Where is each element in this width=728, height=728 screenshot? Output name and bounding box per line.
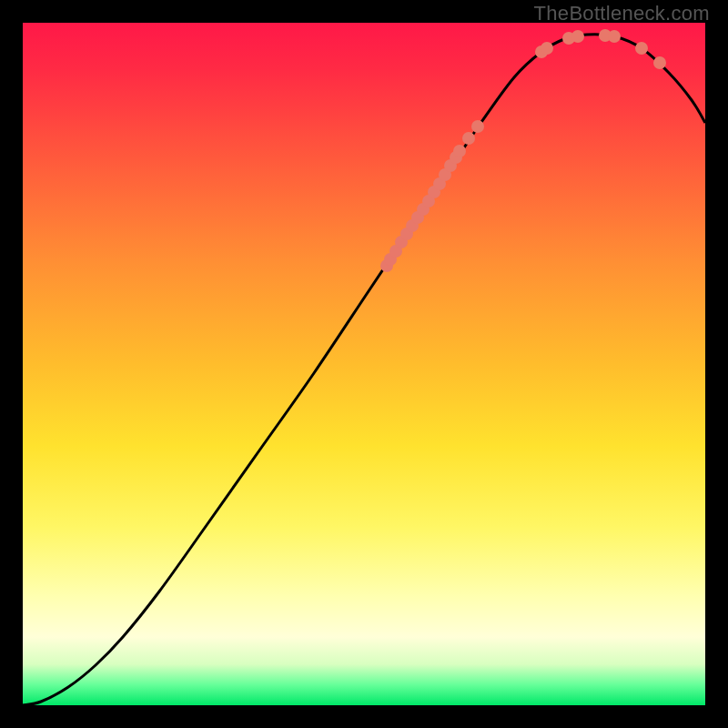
data-dots	[380, 29, 666, 272]
data-dot	[541, 42, 553, 55]
data-dot	[653, 56, 666, 69]
chart-svg	[23, 23, 705, 705]
data-dot	[471, 120, 484, 133]
watermark-text: TheBottleneck.com	[534, 2, 710, 25]
chart-frame	[15, 15, 713, 713]
data-dot	[635, 42, 648, 55]
data-dot	[608, 30, 621, 43]
bottleneck-curve	[23, 35, 705, 705]
gradient-plot-area	[23, 23, 705, 705]
data-dot	[453, 145, 466, 157]
data-dot	[571, 30, 584, 43]
data-dot	[462, 132, 475, 145]
